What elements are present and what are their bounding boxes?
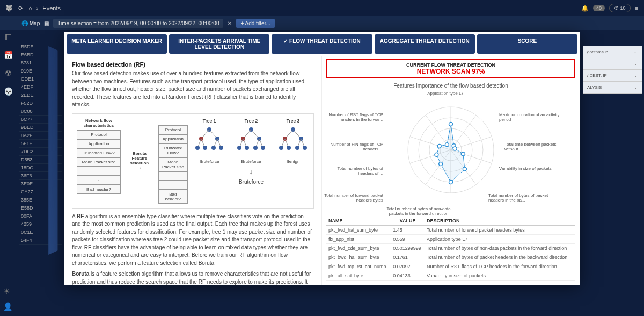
rf-paragraph: A RF algorithm is an ensemble type class…: [72, 213, 314, 268]
tab-inter-packets[interactable]: INTER-PACKETS ARRIVAL TIME LEVEL DETECTI…: [169, 34, 269, 54]
svg-point-35: [279, 146, 283, 150]
table-row[interactable]: flx_app_nist0.559Application type L7: [326, 235, 575, 244]
svg-point-38: [303, 146, 307, 150]
notification-count: 40: [593, 5, 605, 11]
final-prediction: Bruteforce: [239, 179, 264, 185]
table-row[interactable]: pkt_fwd_hal_sum_byte1.45Total number of …: [326, 226, 575, 235]
svg-point-57: [463, 167, 466, 171]
close-filter-icon[interactable]: ✕: [228, 20, 232, 26]
sidebar-dashboard-icon[interactable]: ▥: [5, 32, 12, 41]
menu-icon[interactable]: ≡: [635, 5, 639, 11]
svg-point-9: [195, 146, 200, 150]
breadcrumb-sep: ›: [36, 5, 39, 11]
explanation-pane: Flow based detection (RF) Our flow-based…: [64, 56, 322, 285]
sidebar-radiation-icon[interactable]: ☢: [5, 69, 12, 77]
th-desc[interactable]: DESCRIPTION: [425, 217, 575, 226]
svg-point-37: [295, 146, 299, 150]
axis-label: Variability in size of packets: [499, 166, 552, 171]
add-filter-button[interactable]: + Add filter...: [236, 19, 274, 28]
card-stack-left[interactable]: [48, 46, 57, 255]
axis-label: Maximum duration of an activity period: [499, 112, 564, 122]
table-row[interactable]: pkt_bwd_hal_sum_byte0.1761Total number o…: [326, 253, 575, 262]
rf-diagram: Network flow characteristics ProtocolApp…: [72, 113, 314, 209]
tab-flow-threat[interactable]: FLOW THREAT DETECTION: [272, 34, 372, 54]
decision-tree: Tree 2 Bruteforce: [235, 118, 267, 164]
alert-value: NETWORK SCAN 97%: [330, 68, 572, 75]
axis-label: Total time between packets without ...: [504, 142, 569, 152]
sidebar-layers-icon[interactable]: ≣: [5, 105, 11, 114]
logo-icon[interactable]: 🐺: [5, 5, 13, 12]
boruta-label: BorutaFeature selection→: [126, 151, 153, 170]
svg-point-36: [287, 146, 291, 150]
feature-box: Truncated Flow?: [77, 148, 121, 157]
svg-point-61: [437, 145, 441, 148]
home-icon[interactable]: ⌂: [28, 5, 32, 11]
grid-button[interactable]: ▦: [44, 20, 49, 26]
axis-label: Number of RST flags of TCP headers in th…: [324, 112, 383, 122]
feature-box: Application: [158, 134, 188, 143]
axis-label: Total number of bytes of non-data packet…: [386, 206, 451, 216]
axis-label: Application type L7: [413, 91, 478, 96]
side-row-3[interactable]: / DEST. IP: [583, 70, 642, 82]
decision-tree: Tree 3 Benign: [277, 118, 309, 164]
feature-box: ·: [77, 167, 121, 176]
axis-label: Total number of bytes of packet headers …: [488, 193, 553, 203]
intro-paragraph: Our flow-based detection makes use of ov…: [72, 70, 314, 109]
svg-point-12: [219, 146, 223, 150]
breadcrumb-page[interactable]: Events: [42, 5, 61, 11]
th-name[interactable]: NAME: [326, 217, 391, 226]
svg-point-62: [445, 143, 449, 147]
th-value[interactable]: VALUE: [391, 217, 425, 226]
svg-point-56: [461, 152, 465, 156]
svg-point-25: [261, 146, 265, 150]
clock-pill[interactable]: ⏱ 10: [609, 4, 631, 12]
side-row-1[interactable]: gorithms in: [583, 46, 642, 58]
feature-box: Truncated Flow?: [158, 143, 188, 157]
feature-table: NAME VALUE DESCRIPTION pkt_fwd_hal_sum_b…: [326, 217, 575, 281]
section-title: Flow based detection (RF): [72, 61, 314, 68]
feature-box: ·: [158, 171, 188, 181]
table-row[interactable]: pkt_all_std_byte0.04136Variability in si…: [326, 271, 575, 281]
threat-alert: CURRENT FLOW THREAT DETECTION NETWORK SC…: [326, 59, 575, 78]
svg-point-22: [237, 146, 241, 150]
svg-point-24: [253, 146, 258, 150]
axis-label: Number of FIN flags of TCP headers ...: [324, 142, 383, 152]
radar-chart-title: Features importance of the flow based de…: [322, 83, 580, 89]
sidebar-calendar-icon[interactable]: 📅: [4, 51, 13, 59]
detection-modal: META LEARNER DECISION MAKER INTER-PACKET…: [64, 32, 580, 285]
feature-box: Mean Packet size: [158, 157, 188, 171]
sidebar-skull-icon[interactable]: 💀: [4, 87, 13, 96]
feature-box: Bad header?: [77, 185, 121, 194]
axis-label: Total number of bytes of headers of ...: [324, 166, 383, 176]
user-icon[interactable]: 👤: [3, 302, 12, 311]
diagram-col1-header: Network flow characteristics: [77, 118, 121, 128]
boruta-paragraph: Boruta is a feature selection algorithm …: [72, 270, 314, 285]
radar-chart: Application type L7Maximum duration of a…: [322, 91, 580, 214]
tab-meta-learner[interactable]: META LEARNER DECISION MAKER: [67, 34, 167, 54]
feature-box: ·: [77, 176, 121, 185]
feature-box: Mean Packet size: [77, 157, 121, 167]
brightness-icon[interactable]: ☀: [3, 287, 12, 296]
side-row-4[interactable]: ALYSIS: [583, 82, 642, 94]
feature-box: Protocol: [77, 130, 121, 139]
side-row-2[interactable]: [583, 58, 642, 70]
tab-score[interactable]: SCORE: [477, 34, 577, 54]
alert-title: CURRENT FLOW THREAT DETECTION: [330, 62, 572, 68]
svg-point-55: [453, 147, 457, 150]
table-row[interactable]: pkt_fwd_tcp_rst_cnt_numb0.07097Number of…: [326, 262, 575, 271]
refresh-icon[interactable]: ⟳: [18, 5, 23, 12]
feature-box: Application: [77, 139, 121, 148]
bell-icon[interactable]: 🔔: [581, 5, 589, 12]
svg-point-11: [211, 146, 216, 150]
feature-box: Protocol: [158, 125, 188, 134]
right-side-panel: gorithms in / DEST. IP ALYSIS: [583, 46, 642, 94]
table-row[interactable]: pkt_fwd_cde_sum_byte0.501299999Total num…: [326, 244, 575, 253]
time-filter-chip[interactable]: Time selection = from 2022/09/19, 00:00:…: [53, 19, 223, 28]
svg-point-59: [439, 162, 443, 166]
map-button[interactable]: 🌐 Map: [21, 20, 40, 26]
tab-aggregate[interactable]: AGGREGATE THREAT DETECTION: [375, 34, 475, 54]
svg-point-58: [449, 181, 453, 184]
feature-box: ·: [158, 181, 188, 190]
svg-point-10: [203, 146, 207, 150]
axis-label: Total number of forward packet headers b…: [324, 193, 383, 203]
